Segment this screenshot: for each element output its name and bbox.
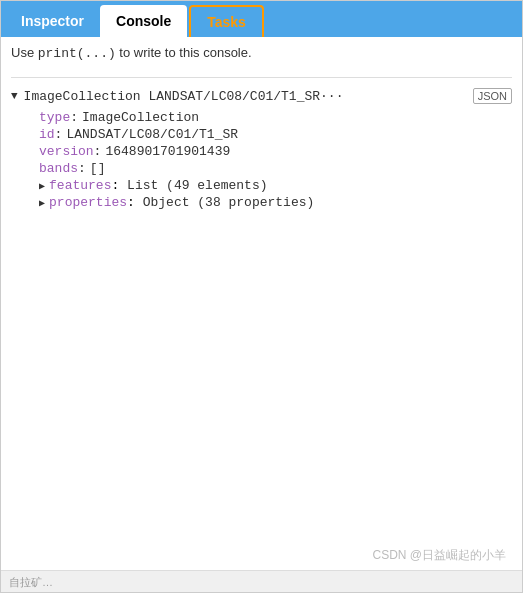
tab-console[interactable]: Console (100, 5, 187, 37)
hint-line: Use print(...) to write to this console. (11, 45, 512, 61)
prop-id: id: LANDSAT/LC08/C01/T1_SR (39, 127, 512, 142)
tab-inspector[interactable]: Inspector (5, 5, 100, 37)
properties-key: properties (49, 195, 127, 210)
properties-arrow: ▶ (39, 197, 45, 209)
properties-label: properties: Object (38 properties) (49, 195, 314, 210)
bottom-bar-text: 自拉矿… (9, 575, 53, 590)
prop-key-type: type (39, 110, 70, 125)
hint-suffix: to write to this console. (116, 45, 252, 60)
tree-children: type: ImageCollection id: LANDSAT/LC08/C… (39, 110, 512, 210)
prop-colon-id: : (55, 127, 63, 142)
prop-colon-type: : (70, 110, 78, 125)
expandable-properties[interactable]: ▶ properties: Object (38 properties) (39, 195, 512, 210)
prop-key-bands: bands (39, 161, 78, 176)
prop-value-id: LANDSAT/LC08/C01/T1_SR (66, 127, 238, 142)
prop-colon-version: : (94, 144, 102, 159)
prop-value-type: ImageCollection (82, 110, 199, 125)
properties-colon: : (127, 195, 135, 210)
divider (11, 77, 512, 78)
hint-prefix: Use (11, 45, 38, 60)
watermark: CSDN @日益崛起的小羊 (372, 547, 506, 564)
prop-value-bands: [] (90, 161, 106, 176)
console-area: Use print(...) to write to this console.… (1, 37, 522, 593)
features-arrow: ▶ (39, 180, 45, 192)
properties-value: Object (38 properties) (143, 195, 315, 210)
hint-code: print(...) (38, 46, 116, 61)
tree-root: ▼ ImageCollection LANDSAT/LC08/C01/T1_SR… (11, 88, 512, 210)
prop-version: version: 1648901701901439 (39, 144, 512, 159)
tab-tasks[interactable]: Tasks (189, 5, 264, 37)
bottom-bar: 自拉矿… (1, 570, 522, 593)
expandable-features[interactable]: ▶ features: List (49 elements) (39, 178, 512, 193)
prop-bands: bands: [] (39, 161, 512, 176)
features-key: features (49, 178, 111, 193)
root-toggle-arrow[interactable]: ▼ (11, 90, 18, 102)
prop-key-version: version (39, 144, 94, 159)
features-colon: : (111, 178, 119, 193)
json-badge[interactable]: JSON (473, 88, 512, 104)
prop-type: type: ImageCollection (39, 110, 512, 125)
prop-key-id: id (39, 127, 55, 142)
tab-bar: Inspector Console Tasks (1, 1, 522, 37)
tree-header: ▼ ImageCollection LANDSAT/LC08/C01/T1_SR… (11, 88, 512, 104)
prop-colon-bands: : (78, 161, 86, 176)
tree-title: ImageCollection LANDSAT/LC08/C01/T1_SR··… (24, 89, 344, 104)
prop-value-version: 1648901701901439 (105, 144, 230, 159)
features-label: features: List (49 elements) (49, 178, 267, 193)
features-value: List (49 elements) (127, 178, 267, 193)
